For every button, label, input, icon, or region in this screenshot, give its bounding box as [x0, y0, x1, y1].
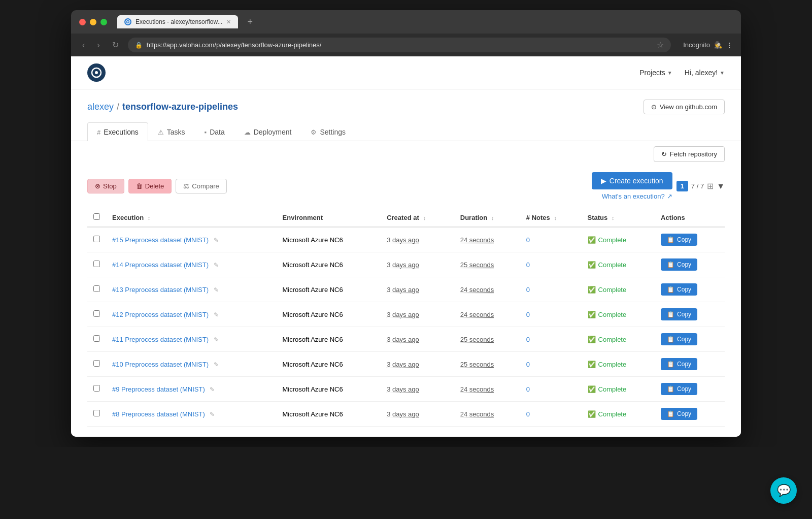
row-checkbox-4[interactable] — [93, 335, 100, 342]
notes-value-4[interactable]: 0 — [526, 336, 530, 343]
edit-icon-4[interactable]: ✎ — [214, 336, 219, 343]
copy-button-0[interactable]: 📋 Copy — [661, 234, 697, 246]
compare-icon: ⚖ — [183, 182, 189, 190]
new-tab-button[interactable]: + — [247, 17, 253, 27]
created-at-col-header[interactable]: Created at ↕ — [381, 208, 454, 227]
copy-icon-1: 📋 — [667, 261, 674, 268]
tab-executions[interactable]: # Executions — [87, 122, 148, 141]
edit-icon-3[interactable]: ✎ — [214, 311, 219, 318]
status-value-1: ✅ Complete — [588, 261, 649, 269]
edit-icon-7[interactable]: ✎ — [210, 411, 215, 418]
row-checkbox-2[interactable] — [93, 285, 100, 292]
copy-button-5[interactable]: 📋 Copy — [661, 358, 697, 370]
fetch-repo-button[interactable]: ↻ Fetch repository — [654, 146, 725, 162]
execution-link-1[interactable]: #14 Preprocess dataset (MNIST) — [112, 261, 209, 269]
copy-button-2[interactable]: 📋 Copy — [661, 283, 697, 296]
select-all-checkbox[interactable] — [93, 213, 100, 220]
row-checkbox-cell — [87, 377, 106, 402]
row-checkbox-cell — [87, 302, 106, 327]
notes-value-3[interactable]: 0 — [526, 311, 530, 318]
createdat-sort-icon: ↕ — [423, 215, 426, 221]
tab-deployment[interactable]: ☁ Deployment — [234, 122, 301, 141]
execution-link-5[interactable]: #10 Preprocess dataset (MNIST) — [112, 361, 209, 368]
whats-execution-link[interactable]: What's an execution? ↗ — [602, 192, 672, 200]
edit-icon-1[interactable]: ✎ — [214, 262, 219, 269]
forward-button[interactable]: › — [94, 40, 103, 51]
row-checkbox-7[interactable] — [93, 410, 100, 416]
notes-value-0[interactable]: 0 — [526, 236, 530, 244]
execution-link-3[interactable]: #12 Preprocess dataset (MNIST) — [112, 311, 209, 318]
duration-cell: 24 seconds — [454, 302, 520, 327]
edit-icon-2[interactable]: ✎ — [214, 286, 219, 294]
copy-button-6[interactable]: 📋 Copy — [661, 383, 697, 395]
app-logo — [87, 63, 106, 82]
notes-col-header[interactable]: # Notes ↕ — [520, 208, 582, 227]
create-execution-button[interactable]: ▶ Create execution — [592, 172, 672, 189]
notes-value-1[interactable]: 0 — [526, 261, 530, 269]
row-checkbox-1[interactable] — [93, 261, 100, 267]
breadcrumb-user[interactable]: alexey — [87, 102, 114, 112]
user-dropdown-arrow: ▼ — [720, 70, 725, 76]
compare-button[interactable]: ⚖ Compare — [176, 179, 226, 193]
row-checkbox-0[interactable] — [93, 236, 100, 242]
edit-icon-5[interactable]: ✎ — [214, 361, 219, 368]
view-github-button[interactable]: ⊙ View on github.com — [644, 100, 725, 114]
created-at-cell: 3 days ago — [381, 252, 454, 277]
environment-cell: Microsoft Azure NC6 — [277, 327, 381, 352]
copy-button-7[interactable]: 📋 Copy — [661, 408, 697, 420]
row-checkbox-3[interactable] — [93, 310, 100, 317]
breadcrumb-project[interactable]: tensorflow-azure-pipelines — [122, 102, 238, 112]
copy-button-1[interactable]: 📋 Copy — [661, 258, 697, 271]
duration-col-header[interactable]: Duration ↕ — [454, 208, 520, 227]
refresh-button[interactable]: ↻ — [109, 39, 122, 51]
execution-link-6[interactable]: #9 Preprocess dataset (MNIST) — [112, 385, 205, 393]
copy-button-4[interactable]: 📋 Copy — [661, 333, 697, 345]
maximize-button[interactable] — [100, 19, 107, 25]
edit-icon-0[interactable]: ✎ — [214, 237, 219, 244]
notes-value-7[interactable]: 0 — [526, 410, 530, 418]
status-cell: ✅ Complete — [582, 327, 655, 352]
duration-cell: 24 seconds — [454, 402, 520, 427]
menu-icon[interactable]: ⋮ — [726, 41, 733, 49]
address-bar[interactable]: 🔒 https://app.valohai.com/p/alexey/tenso… — [128, 38, 671, 52]
tab-settings[interactable]: ⚙ Settings — [301, 122, 355, 141]
edit-icon-6[interactable]: ✎ — [210, 386, 215, 393]
notes-value-6[interactable]: 0 — [526, 385, 530, 393]
actions-cell: 📋 Copy — [655, 252, 725, 277]
check-circle-icon-1: ✅ — [588, 261, 596, 269]
lock-icon: 🔒 — [135, 42, 143, 49]
projects-menu[interactable]: Projects ▼ — [639, 69, 672, 77]
minimize-button[interactable] — [90, 19, 96, 25]
delete-button[interactable]: 🗑 Delete — [128, 179, 172, 193]
notes-value-5[interactable]: 0 — [526, 361, 530, 368]
status-value-0: ✅ Complete — [588, 236, 649, 244]
browser-tab[interactable]: Executions - alexey/tensorflow... ✕ — [117, 15, 238, 28]
filter-icon[interactable]: ▼ — [717, 182, 725, 191]
user-menu[interactable]: Hi, alexey! ▼ — [685, 69, 725, 77]
stop-button[interactable]: ⊗ Stop — [87, 179, 124, 193]
execution-link-2[interactable]: #13 Preprocess dataset (MNIST) — [112, 286, 209, 294]
tab-tasks[interactable]: ⚠ Tasks — [148, 122, 195, 141]
copy-icon-7: 📋 — [667, 410, 674, 417]
row-checkbox-6[interactable] — [93, 385, 100, 392]
execution-link-4[interactable]: #11 Preprocess dataset (MNIST) — [112, 336, 209, 343]
tab-close-icon[interactable]: ✕ — [226, 19, 231, 25]
notes-cell: 0 — [520, 327, 582, 352]
copy-button-3[interactable]: 📋 Copy — [661, 308, 697, 320]
bookmark-icon[interactable]: ☆ — [657, 40, 664, 50]
close-button[interactable] — [79, 19, 86, 25]
execution-col-header[interactable]: Execution ↕ — [106, 208, 277, 227]
status-cell: ✅ Complete — [582, 377, 655, 402]
executions-table: Execution ↕ Environment Created at ↕ Dur… — [87, 208, 725, 427]
status-cell: ✅ Complete — [582, 252, 655, 277]
notes-cell: 0 — [520, 252, 582, 277]
execution-link-0[interactable]: #15 Preprocess dataset (MNIST) — [112, 236, 209, 244]
tab-data[interactable]: ▪ Data — [195, 122, 234, 141]
grid-view-icon[interactable]: ⊞ — [707, 181, 714, 191]
row-checkbox-5[interactable] — [93, 360, 100, 367]
notes-value-2[interactable]: 0 — [526, 286, 530, 294]
execution-link-7[interactable]: #8 Preprocess dataset (MNIST) — [112, 410, 205, 418]
status-col-header[interactable]: Status ↕ — [582, 208, 655, 227]
status-value-7: ✅ Complete — [588, 410, 649, 418]
back-button[interactable]: ‹ — [79, 40, 88, 51]
